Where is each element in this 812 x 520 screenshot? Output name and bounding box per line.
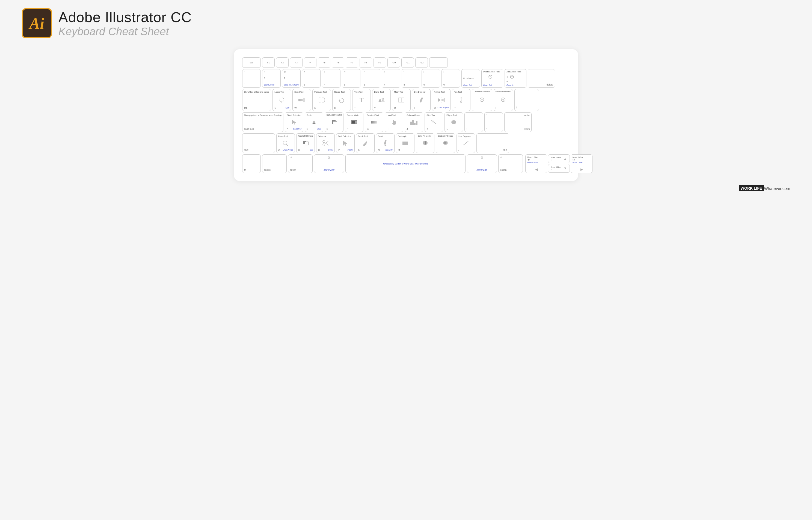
qwerty-row: Show/Hide all tool and panels tab Lasso … [242, 89, 570, 111]
s-key[interactable]: Scale S Save [305, 112, 323, 132]
delete-key[interactable]: delete [528, 69, 555, 88]
w-key[interactable]: Blend Tool W [292, 89, 311, 111]
b-key[interactable]: Brush Tool B [356, 133, 374, 153]
f6-key[interactable]: F6 [332, 57, 344, 68]
f8-key[interactable]: F8 [360, 57, 372, 68]
arrow-left-key[interactable]: Move 1 Char. ◀ a Move 1 Word ◀ [525, 154, 547, 173]
r-key[interactable]: Rotate Tool R [332, 89, 351, 111]
option-right-key[interactable]: alt option [498, 154, 523, 173]
t-key[interactable]: Type Tool T T [352, 89, 371, 111]
f-key[interactable]: Screen Mode F [345, 112, 363, 132]
key-8[interactable]: * 8 [402, 69, 420, 88]
space-key[interactable]: Temporarily Switch to Hand Tool while Dr… [345, 154, 466, 173]
p-key[interactable]: Pen Tool P [452, 89, 471, 111]
svg-rect-7 [299, 99, 301, 101]
arrow-up-key[interactable]: Move 1 Line▲ ▲ [548, 154, 570, 163]
l-key[interactable]: Ellipse Tool L [445, 112, 463, 132]
f4-key[interactable]: F4 [304, 57, 316, 68]
m-key[interactable]: Rectangle M [396, 133, 415, 153]
key-3[interactable]: # 3 [302, 69, 320, 88]
key-1[interactable]: ! 1 100% Zoom [262, 69, 281, 88]
slash-key[interactable]: Line Segment / [456, 133, 475, 153]
d-key[interactable]: Default Stroke/Fill D [325, 112, 343, 132]
delete-anchor-key[interactable]: Delete Anchor Point — - Zoom Out [481, 69, 503, 88]
shift-right-key[interactable]: shift [476, 133, 509, 153]
y-key[interactable]: Blend Tool Y [372, 89, 391, 111]
backslash-key[interactable]: \ [514, 89, 539, 111]
command-left-key[interactable]: ⌘ command [314, 154, 344, 173]
tilde-key[interactable]: ~ ` [242, 69, 261, 88]
g-key[interactable]: Gradient Tool G [365, 112, 383, 132]
i-key[interactable]: Eye Dropper I [412, 89, 430, 111]
asdf-row: Change pointer to Crosshair when Selecti… [242, 112, 570, 132]
svg-point-5 [280, 98, 284, 102]
svg-line-55 [463, 141, 468, 145]
key-0[interactable]: ) 0 [442, 69, 460, 88]
a-key[interactable]: Direct Selection A Select All [285, 112, 303, 132]
svg-point-18 [420, 101, 422, 102]
caps-lock-key[interactable]: Change pointer to Crosshair when Selecti… [242, 112, 283, 132]
svg-marker-21 [442, 98, 445, 102]
quote-key[interactable]: " ' [484, 112, 503, 132]
bracket-open-key[interactable]: Decrease Diameter [ [472, 89, 492, 111]
f3-key[interactable]: F3 [290, 57, 303, 68]
esc-key[interactable]: esc [242, 57, 261, 68]
h-key[interactable]: Hand Tool H [385, 112, 403, 132]
watermark-black: WORK LIFE [739, 185, 764, 191]
key-6[interactable]: ^ 6 [362, 69, 380, 88]
j-key[interactable]: Column Graph J [404, 112, 423, 132]
option-left-key[interactable]: alt option [288, 154, 313, 173]
f12-key[interactable]: F12 [415, 57, 428, 68]
f10-key[interactable]: F10 [387, 57, 400, 68]
svg-rect-17 [420, 97, 423, 101]
tab-key[interactable]: Show/Hide all tool and panels tab [242, 89, 271, 111]
watermark: WORK LIFE Whatever.com [739, 185, 790, 191]
add-anchor-key[interactable]: Add Anchor Point + = Zoom In [505, 69, 526, 88]
fn-key[interactable]: fn [242, 154, 261, 173]
semicolon-key[interactable]: : ; [465, 112, 483, 132]
period-key[interactable]: Gradient Fill Mode . [436, 133, 455, 153]
ai-logo-text: Ai [29, 14, 45, 32]
k-key[interactable]: Slice Tool K [425, 112, 443, 132]
shift-left-key[interactable]: shift [242, 133, 275, 153]
svg-marker-29 [292, 120, 296, 125]
svg-marker-19 [438, 98, 441, 102]
v-key[interactable]: Path Selection V Paste [336, 133, 355, 153]
svg-marker-13 [382, 98, 385, 102]
command-right-key[interactable]: ⌘ command [467, 154, 497, 173]
svg-marker-12 [379, 98, 382, 102]
key-5[interactable]: % 5 [342, 69, 360, 88]
arrow-cluster: Move 1 Char. ◀ a Move 1 Word ◀ Move 1 Li… [525, 154, 592, 173]
f9-key[interactable]: F9 [373, 57, 386, 68]
f7-key[interactable]: F7 [346, 57, 358, 68]
arrow-down-key[interactable]: Move 1 Line▼ ▼ [548, 164, 570, 173]
arrow-right-key[interactable]: Move 1 Char. a ▶ Move 1 Word ▶ [571, 154, 592, 173]
u-key[interactable]: Mesh Tool U [392, 89, 411, 111]
key-minus[interactable]: — Fit to Screen Zoom Out [461, 69, 480, 88]
c-key[interactable]: Scissors C Copy [316, 133, 335, 153]
key-9[interactable]: ( 9 [422, 69, 440, 88]
enter-key[interactable]: enter return [504, 112, 532, 132]
x-key[interactable]: Toggle Fill/Stroke X Cut [296, 133, 315, 153]
svg-line-42 [286, 144, 288, 146]
key-2[interactable]: @ 2 Load sel. Artwork [282, 69, 301, 88]
f5-key[interactable]: F5 [318, 57, 330, 68]
bracket-close-key[interactable]: Increase Diameter ] [494, 89, 513, 111]
f11-key[interactable]: F11 [401, 57, 414, 68]
power-key[interactable] [429, 57, 448, 68]
key-4[interactable]: $ 4 [322, 69, 340, 88]
key-7[interactable]: & 7 [382, 69, 400, 88]
e-key[interactable]: Marquee Tool E [312, 89, 331, 111]
f2-key[interactable]: F2 [276, 57, 288, 68]
comma-key[interactable]: Color Fill Mode , [416, 133, 435, 153]
n-key[interactable]: Pencil N New File [376, 133, 395, 153]
subtitle: Keyboard Cheat Sheet [58, 25, 192, 38]
control-key[interactable]: control [262, 154, 287, 173]
svg-rect-46 [305, 142, 308, 145]
z-key[interactable]: Zoom Tool Z Undo/Redo [276, 133, 295, 153]
q-key[interactable]: Lasso Tool Q Quit [273, 89, 291, 111]
function-key-row: esc F1 F2 F3 F4 F5 F6 F7 F8 F9 F10 F11 F… [242, 57, 570, 68]
o-key[interactable]: Reflect Tool O Open Project [432, 89, 450, 111]
f1-key[interactable]: F1 [262, 57, 275, 68]
svg-rect-37 [371, 121, 377, 124]
